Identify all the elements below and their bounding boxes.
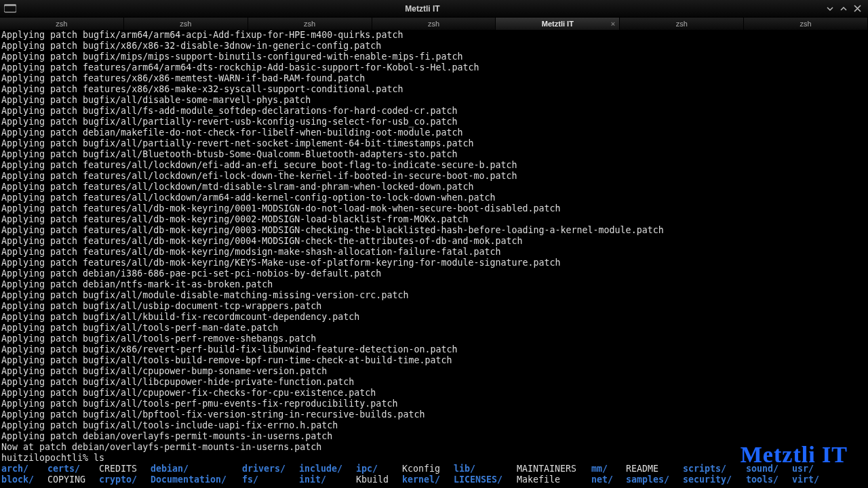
- ls-directory: ipc/: [356, 464, 402, 474]
- tab-bar: zshzshzshzshMetztli IT×zshzsh: [0, 18, 868, 30]
- ls-row: arch/certs/CREDITSdebian/drivers/include…: [1, 464, 867, 474]
- patch-line: Applying patch features/all/db-mok-keyri…: [1, 203, 867, 214]
- ls-directory: samples/: [626, 474, 683, 485]
- tab-label: zsh: [56, 20, 67, 28]
- patch-line: Applying patch bugfix/mips/mips-support-…: [1, 52, 867, 62]
- ls-directory: LICENSES/: [454, 474, 517, 485]
- tab-3[interactable]: zsh: [372, 18, 496, 30]
- patch-line: Applying patch bugfix/all/cpupower-fix-c…: [1, 388, 867, 399]
- ls-row: block/COPYINGcrypto/Documentation/fs/ini…: [1, 474, 867, 485]
- tab-1[interactable]: zsh: [124, 18, 248, 30]
- svg-rect-0: [4, 5, 16, 12]
- patch-line: Applying patch features/x86/x86-memtest-…: [1, 73, 867, 84]
- ls-directory: crypto/: [99, 474, 151, 485]
- patch-line: Applying patch bugfix/all/usbip-document…: [1, 301, 867, 312]
- tab-2[interactable]: zsh: [248, 18, 372, 30]
- patch-line: Applying patch debian/ntfs-mark-it-as-br…: [1, 279, 867, 290]
- now-at-line: Now at patch debian/overlayfs-permit-mou…: [1, 442, 867, 453]
- patch-line: Applying patch bugfix/all/partially-reve…: [1, 117, 867, 127]
- patch-line: Applying patch bugfix/all/tools-build-re…: [1, 355, 867, 366]
- patch-line: Applying patch features/arm64/arm64-dts-…: [1, 62, 867, 73]
- patch-line: Applying patch debian/makefile-do-not-ch…: [1, 127, 867, 138]
- tab-4[interactable]: Metztli IT×: [496, 18, 620, 30]
- patch-line: Applying patch features/all/db-mok-keyri…: [1, 236, 867, 247]
- patch-line: Applying patch bugfix/all/tools-perf-pmu…: [1, 399, 867, 409]
- patch-line: Applying patch debian/overlayfs-permit-m…: [1, 431, 867, 442]
- ls-file: CREDITS: [99, 464, 151, 474]
- tab-label: zsh: [800, 20, 812, 28]
- patch-line: Applying patch bugfix/all/partially-reve…: [1, 138, 867, 149]
- ls-directory: net/: [591, 474, 626, 485]
- patch-line: Applying patch features/all/db-mok-keyri…: [1, 258, 867, 268]
- patch-line: Applying patch features/all/db-mok-keyri…: [1, 214, 867, 225]
- ls-directory: tools/: [746, 474, 792, 485]
- ls-file: Kconfig: [402, 464, 454, 474]
- ls-file: README: [626, 464, 683, 474]
- ls-directory: kernel/: [402, 474, 454, 485]
- ls-directory: drivers/: [242, 464, 299, 474]
- patch-line: Applying patch bugfix/arm64/arm64-acpi-A…: [1, 30, 867, 41]
- ls-directory: sound/: [746, 464, 792, 474]
- svg-rect-1: [4, 4, 16, 6]
- ls-file: Kbuild: [356, 474, 402, 485]
- patch-line: Applying patch bugfix/all/tools-include-…: [1, 420, 867, 431]
- patch-line: Applying patch bugfix/all/Bluetooth-btus…: [1, 149, 867, 160]
- tab-5[interactable]: zsh: [620, 18, 744, 30]
- tab-6[interactable]: zsh: [744, 18, 868, 30]
- prompt-line[interactable]: huitzilopochtli% ls: [1, 453, 867, 464]
- close-button[interactable]: [850, 3, 864, 15]
- patch-line: Applying patch bugfix/all/tools-perf-rem…: [1, 333, 867, 344]
- patch-line: Applying patch bugfix/all/kbuild-fix-rec…: [1, 312, 867, 323]
- ls-directory: lib/: [454, 464, 517, 474]
- terminal-output[interactable]: Applying patch bugfix/arm64/arm64-acpi-A…: [0, 30, 868, 488]
- tab-label: zsh: [428, 20, 439, 28]
- ls-directory: mm/: [591, 464, 626, 474]
- tab-0[interactable]: zsh: [0, 18, 124, 30]
- ls-directory: certs/: [47, 464, 99, 474]
- patch-line: Applying patch features/all/lockdown/mtd…: [1, 182, 867, 192]
- ls-directory: debian/: [151, 464, 242, 474]
- ls-directory: include/: [299, 464, 356, 474]
- patch-line: Applying patch features/all/db-mok-keyri…: [1, 225, 867, 236]
- patch-line: Applying patch bugfix/all/bpftool-fix-ve…: [1, 409, 867, 420]
- ls-file: MAINTAINERS: [517, 464, 591, 474]
- window-title: Metztli IT: [22, 4, 823, 14]
- tab-label: zsh: [676, 20, 688, 28]
- patch-line: Applying patch bugfix/all/module-disable…: [1, 290, 867, 301]
- maximize-button[interactable]: [837, 3, 850, 15]
- prompt-user: huitzilopochtli%: [1, 453, 94, 463]
- ls-directory: scripts/: [683, 464, 746, 474]
- tab-label: zsh: [180, 20, 191, 28]
- patch-line: Applying patch features/x86/x86-make-x32…: [1, 84, 867, 95]
- patch-line: Applying patch features/all/lockdown/arm…: [1, 192, 867, 203]
- tab-label: Metztli IT: [542, 20, 574, 28]
- terminal-app-icon: [4, 4, 16, 14]
- patch-line: Applying patch features/all/lockdown/efi…: [1, 171, 867, 182]
- ls-directory: Documentation/: [151, 474, 242, 485]
- window-titlebar: Metztli IT: [0, 0, 868, 18]
- patch-line: Applying patch features/all/lockdown/efi…: [1, 160, 867, 171]
- ls-directory: usr/: [792, 464, 829, 474]
- ls-directory: security/: [683, 474, 746, 485]
- ls-directory: block/: [1, 474, 47, 485]
- patch-line: Applying patch bugfix/all/libcpupower-hi…: [1, 377, 867, 388]
- ls-file: Makefile: [517, 474, 591, 485]
- ls-directory: fs/: [242, 474, 299, 485]
- ls-directory: init/: [299, 474, 356, 485]
- patch-line: Applying patch features/all/db-mok-keyri…: [1, 247, 867, 258]
- ls-directory: arch/: [1, 464, 47, 474]
- patch-line: Applying patch bugfix/x86/x86-32-disable…: [1, 41, 867, 52]
- ls-file: COPYING: [47, 474, 99, 485]
- patch-line: Applying patch bugfix/all/fs-add-module_…: [1, 106, 867, 117]
- patch-line: Applying patch bugfix/all/disable-some-m…: [1, 95, 867, 106]
- prompt-command: ls: [94, 453, 104, 463]
- minimize-button[interactable]: [823, 3, 837, 15]
- patch-line: Applying patch bugfix/all/cpupower-bump-…: [1, 366, 867, 377]
- patch-line: Applying patch debian/i386-686-pae-pci-s…: [1, 268, 867, 279]
- ls-directory: virt/: [792, 474, 829, 485]
- tab-label: zsh: [304, 20, 315, 28]
- tab-close-icon[interactable]: ×: [611, 20, 615, 28]
- patch-line: Applying patch bugfix/x86/revert-perf-bu…: [1, 344, 867, 355]
- patch-line: Applying patch bugfix/all/tools-perf-man…: [1, 323, 867, 333]
